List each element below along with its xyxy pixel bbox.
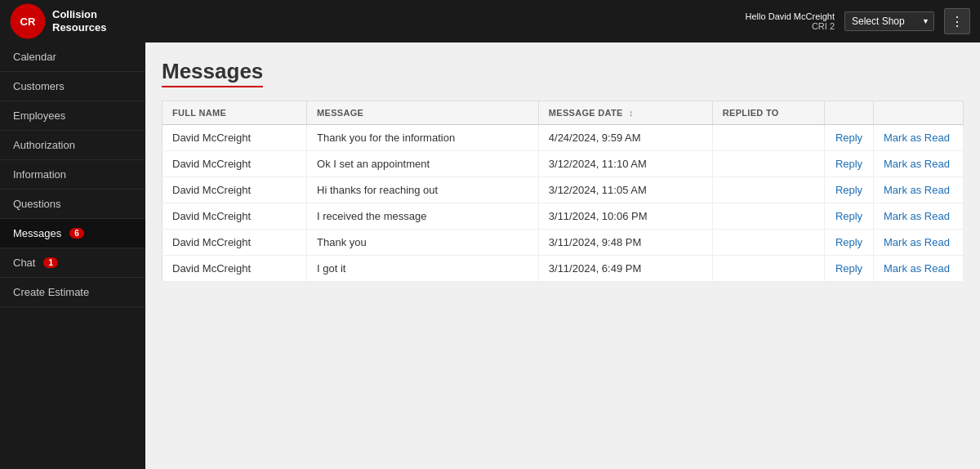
cell-replied-to: [712, 151, 824, 177]
cell-full-name: David McCreight: [163, 203, 307, 230]
sidebar-item-chat[interactable]: Chat 1: [0, 248, 145, 278]
svg-text:CR: CR: [20, 16, 36, 28]
header-user: Hello David McCreight CRI 2: [746, 11, 835, 31]
col-full-name: FULL NAME: [163, 101, 307, 125]
cell-reply: Reply: [825, 256, 874, 282]
cell-mark-read: Mark as Read: [874, 203, 964, 230]
sidebar-item-label: Chat: [13, 257, 35, 269]
sidebar-item-label: Customers: [13, 80, 65, 92]
table-row: David McCreight Ok I set an appointment …: [163, 151, 964, 177]
sidebar-item-label: Messages: [13, 227, 61, 239]
col-reply-action: [825, 101, 874, 125]
sidebar-item-messages[interactable]: Messages 6: [0, 219, 145, 248]
messages-badge: 6: [69, 228, 84, 239]
sidebar-item-authorization[interactable]: Authorization: [0, 131, 145, 160]
cell-reply: Reply: [825, 125, 874, 151]
mark-read-link[interactable]: Mark as Read: [884, 132, 950, 144]
reply-link[interactable]: Reply: [835, 210, 862, 222]
menu-button[interactable]: ⋮: [944, 8, 970, 34]
logo-area: CR Collision Resources: [10, 3, 106, 39]
sidebar: Calendar Customers Employees Authorizati…: [0, 42, 145, 469]
cell-replied-to: [712, 256, 824, 282]
sidebar-item-questions[interactable]: Questions: [0, 190, 145, 219]
sort-icon: ↕: [629, 108, 634, 118]
sidebar-item-calendar[interactable]: Calendar: [0, 42, 145, 72]
cell-replied-to: [712, 125, 824, 151]
mark-read-link[interactable]: Mark as Read: [884, 262, 950, 275]
cell-full-name: David McCreight: [163, 177, 307, 203]
sidebar-item-label: Employees: [13, 109, 65, 122]
cell-replied-to: [712, 177, 824, 203]
reply-link[interactable]: Reply: [835, 158, 862, 170]
logo-line1: Collision: [52, 8, 106, 21]
logo-icon: CR: [10, 3, 46, 39]
cell-reply: Reply: [825, 177, 874, 203]
sidebar-item-label: Create Estimate: [13, 286, 89, 298]
sidebar-item-customers[interactable]: Customers: [0, 72, 145, 101]
shop-select[interactable]: Select Shop: [844, 11, 934, 31]
cell-full-name: David McCreight: [163, 125, 307, 151]
logo-line2: Resources: [52, 21, 106, 34]
header: CR Collision Resources Hello David McCre…: [0, 0, 980, 42]
sidebar-item-label: Calendar: [13, 51, 56, 63]
table-row: David McCreight I received the message 3…: [163, 203, 964, 230]
col-mark-read-action: [874, 101, 964, 125]
page-title: Messages: [162, 59, 263, 87]
cell-mark-read: Mark as Read: [874, 256, 964, 282]
cell-mark-read: Mark as Read: [874, 125, 964, 151]
cell-message: Thank you for the information: [307, 125, 539, 151]
cell-replied-to: [712, 203, 824, 230]
sidebar-item-label: Information: [13, 168, 66, 181]
cell-message-date: 3/12/2024, 11:05 AM: [538, 177, 712, 203]
chat-badge: 1: [43, 257, 58, 268]
table-row: David McCreight Hi thanks for reaching o…: [163, 177, 964, 203]
cell-message-date: 3/11/2024, 9:48 PM: [538, 230, 712, 256]
messages-table: FULL NAME MESSAGE MESSAGE DATE ↕ REPLIED…: [162, 100, 964, 282]
user-shop: CRI 2: [746, 21, 835, 31]
cell-message: Thank you: [307, 230, 539, 256]
cell-message-date: 4/24/2024, 9:59 AM: [538, 125, 712, 151]
cell-message: I received the message: [307, 203, 539, 230]
col-message: MESSAGE: [307, 101, 539, 125]
cell-message-date: 3/11/2024, 10:06 PM: [538, 203, 712, 230]
table-row: David McCreight I got it 3/11/2024, 6:49…: [163, 256, 964, 282]
table-row: David McCreight Thank you 3/11/2024, 9:4…: [163, 230, 964, 256]
cell-mark-read: Mark as Read: [874, 177, 964, 203]
sidebar-item-employees[interactable]: Employees: [0, 101, 145, 131]
reply-link[interactable]: Reply: [835, 236, 862, 248]
reply-link[interactable]: Reply: [835, 132, 862, 144]
cell-message: I got it: [307, 256, 539, 282]
col-replied-to: REPLIED TO: [712, 101, 824, 125]
sidebar-item-create-estimate[interactable]: Create Estimate: [0, 278, 145, 307]
mark-read-link[interactable]: Mark as Read: [884, 210, 950, 222]
mark-read-link[interactable]: Mark as Read: [884, 184, 950, 196]
header-right: Hello David McCreight CRI 2 Select Shop …: [746, 8, 970, 34]
cell-message: Ok I set an appointment: [307, 151, 539, 177]
table-row: David McCreight Thank you for the inform…: [163, 125, 964, 151]
mark-read-link[interactable]: Mark as Read: [884, 236, 950, 248]
reply-link[interactable]: Reply: [835, 262, 862, 275]
sidebar-item-information[interactable]: Information: [0, 160, 145, 190]
col-message-date[interactable]: MESSAGE DATE ↕: [538, 101, 712, 125]
cell-full-name: David McCreight: [163, 230, 307, 256]
cell-reply: Reply: [825, 230, 874, 256]
cell-replied-to: [712, 230, 824, 256]
logo-text: Collision Resources: [52, 8, 106, 34]
reply-link[interactable]: Reply: [835, 184, 862, 196]
user-greeting: Hello David McCreight: [746, 11, 835, 21]
cell-mark-read: Mark as Read: [874, 230, 964, 256]
table-header-row: FULL NAME MESSAGE MESSAGE DATE ↕ REPLIED…: [163, 101, 964, 125]
layout: Calendar Customers Employees Authorizati…: [0, 42, 980, 469]
sidebar-item-label: Authorization: [13, 139, 75, 151]
cell-reply: Reply: [825, 203, 874, 230]
cell-reply: Reply: [825, 151, 874, 177]
sidebar-item-label: Questions: [13, 198, 61, 210]
cell-message: Hi thanks for reaching out: [307, 177, 539, 203]
shop-select-wrapper[interactable]: Select Shop: [844, 11, 934, 31]
cell-full-name: David McCreight: [163, 256, 307, 282]
mark-read-link[interactable]: Mark as Read: [884, 158, 950, 170]
cell-mark-read: Mark as Read: [874, 151, 964, 177]
cell-message-date: 3/12/2024, 11:10 AM: [538, 151, 712, 177]
cell-message-date: 3/11/2024, 6:49 PM: [538, 256, 712, 282]
main-content: Messages FULL NAME MESSAGE MESSAGE DATE …: [145, 42, 980, 469]
